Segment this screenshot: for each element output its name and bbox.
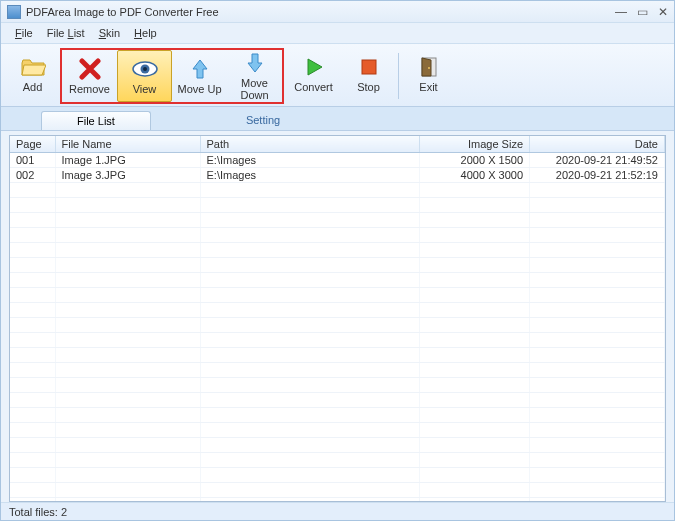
table-row <box>10 483 665 498</box>
exit-button[interactable]: Exit <box>401 48 456 100</box>
table-row <box>10 423 665 438</box>
x-icon <box>76 58 104 80</box>
view-button[interactable]: View <box>117 50 172 102</box>
cell-date: 2020-09-21 21:49:52 <box>530 153 665 168</box>
table-row <box>10 273 665 288</box>
table-row <box>10 243 665 258</box>
stop-label: Stop <box>357 81 380 93</box>
cell-filename: Image 3.JPG <box>55 168 200 183</box>
table-row <box>10 453 665 468</box>
tab-filelist[interactable]: File List <box>41 111 151 130</box>
table-row <box>10 228 665 243</box>
menu-help[interactable]: Help <box>128 25 163 41</box>
cell-date: 2020-09-21 21:52:19 <box>530 168 665 183</box>
view-label: View <box>133 83 157 95</box>
cell-path: E:\Images <box>200 168 420 183</box>
tab-filelist-label: File List <box>77 115 115 127</box>
table-row <box>10 198 665 213</box>
moveup-button[interactable]: Move Up <box>172 50 227 102</box>
stop-button[interactable]: Stop <box>341 48 396 100</box>
menubar: File File List Skin Help <box>1 23 674 44</box>
table-row <box>10 363 665 378</box>
folder-icon <box>19 56 47 78</box>
toolbar: Add Remove View Move Up <box>1 44 674 107</box>
eye-icon <box>131 58 159 80</box>
arrow-down-icon <box>241 52 269 74</box>
svg-point-2 <box>143 67 147 71</box>
cell-page: 002 <box>10 168 55 183</box>
window-controls: — ▭ ✕ <box>615 6 668 18</box>
col-page[interactable]: Page <box>10 136 55 153</box>
content-area: Page File Name Path Image Size Date 001I… <box>1 131 674 502</box>
close-button[interactable]: ✕ <box>658 6 668 18</box>
movedown-label: Move Down <box>228 77 281 101</box>
arrow-up-icon <box>186 58 214 80</box>
table-row[interactable]: 001Image 1.JPGE:\Images2000 X 15002020-0… <box>10 153 665 168</box>
remove-label: Remove <box>69 83 110 95</box>
table-row <box>10 303 665 318</box>
table-row <box>10 318 665 333</box>
statusbar: Total files: 2 <box>1 502 674 520</box>
menu-file[interactable]: File <box>9 25 39 41</box>
convert-label: Convert <box>294 81 333 93</box>
table-row <box>10 333 665 348</box>
table-row <box>10 213 665 228</box>
table-body: 001Image 1.JPGE:\Images2000 X 15002020-0… <box>10 153 665 503</box>
col-date[interactable]: Date <box>530 136 665 153</box>
cell-path: E:\Images <box>200 153 420 168</box>
table-row <box>10 348 665 363</box>
table-row <box>10 393 665 408</box>
window-title: PDFArea Image to PDF Converter Free <box>26 6 615 18</box>
cell-page: 001 <box>10 153 55 168</box>
app-window: PDFArea Image to PDF Converter Free — ▭ … <box>0 0 675 521</box>
table-row <box>10 438 665 453</box>
col-imagesize[interactable]: Image Size <box>420 136 530 153</box>
cell-imagesize: 4000 X 3000 <box>420 168 530 183</box>
table-row <box>10 468 665 483</box>
movedown-button[interactable]: Move Down <box>227 50 282 102</box>
table-row <box>10 258 665 273</box>
add-label: Add <box>23 81 43 93</box>
convert-button[interactable]: Convert <box>286 48 341 100</box>
moveup-label: Move Up <box>177 83 221 95</box>
table-header-row: Page File Name Path Image Size Date <box>10 136 665 153</box>
stop-icon <box>355 56 383 78</box>
tab-setting-label: Setting <box>246 114 280 126</box>
maximize-button[interactable]: ▭ <box>637 6 648 18</box>
svg-point-5 <box>428 67 430 69</box>
table-row <box>10 183 665 198</box>
file-table-wrap[interactable]: Page File Name Path Image Size Date 001I… <box>9 135 666 502</box>
add-button[interactable]: Add <box>5 48 60 100</box>
tab-strip: File List Setting <box>1 107 674 131</box>
cell-filename: Image 1.JPG <box>55 153 200 168</box>
table-row <box>10 288 665 303</box>
col-filename[interactable]: File Name <box>55 136 200 153</box>
titlebar: PDFArea Image to PDF Converter Free — ▭ … <box>1 1 674 23</box>
table-row <box>10 408 665 423</box>
file-table: Page File Name Path Image Size Date 001I… <box>10 136 665 502</box>
remove-button[interactable]: Remove <box>62 50 117 102</box>
col-path[interactable]: Path <box>200 136 420 153</box>
tab-setting[interactable]: Setting <box>211 111 315 130</box>
menu-filelist[interactable]: File List <box>41 25 91 41</box>
toolbar-separator <box>398 53 399 99</box>
play-icon <box>300 56 328 78</box>
svg-rect-3 <box>362 60 376 74</box>
minimize-button[interactable]: — <box>615 6 627 18</box>
app-icon <box>7 5 21 19</box>
highlighted-group: Remove View Move Up Move Down <box>60 48 284 104</box>
exit-label: Exit <box>419 81 437 93</box>
menu-skin[interactable]: Skin <box>93 25 126 41</box>
table-row[interactable]: 002Image 3.JPGE:\Images4000 X 30002020-0… <box>10 168 665 183</box>
status-total: Total files: 2 <box>9 506 67 518</box>
door-icon <box>415 56 443 78</box>
cell-imagesize: 2000 X 1500 <box>420 153 530 168</box>
table-row <box>10 378 665 393</box>
